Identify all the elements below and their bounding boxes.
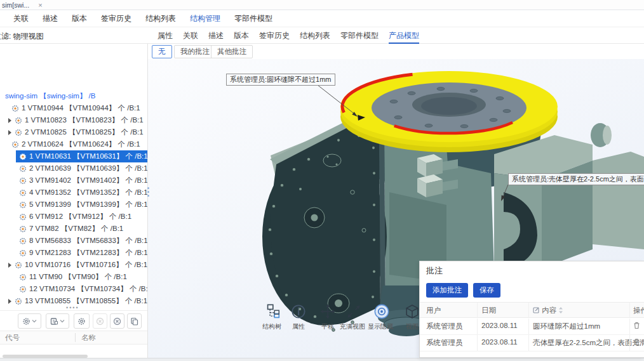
filter-none-button[interactable]: 无 [152, 45, 172, 58]
part-icon [15, 117, 22, 124]
tab-part-model[interactable]: 零部件模型 [340, 27, 379, 44]
tree-item-vtm91402[interactable]: 3 VTM91402 【VTM91402】 个 /B:1 [0, 174, 148, 187]
tree-item-vtm912[interactable]: 6 VTM912 【VTM912】 个 /B:1 [0, 211, 148, 223]
panel-collapse-handle[interactable]: •••• [66, 306, 83, 309]
column-date[interactable]: 日期 [481, 306, 496, 315]
browser-tab-title: sim[swi... [2, 1, 29, 9]
detail-tabs: 属性 关联 描述 版本 签审历史 结构列表 零部件模型 产品模型 [158, 27, 419, 44]
show-hide-icon [373, 303, 390, 320]
tree-item-vtm10734[interactable]: 12 VTM10734 【VTM10734】 个 /B:1 [0, 283, 148, 295]
annotation-row-1[interactable]: 系统管理员 2023.08.11 圆环缝隙不超过1mm [420, 318, 644, 335]
add-annotation-button[interactable]: 添加批注 [426, 283, 468, 298]
tree-item-vtm56833[interactable]: 8 VTM56833 【VTM56833】 个 /B:1 [0, 235, 148, 247]
callout-wall-thickness[interactable]: 系统管理员:壳体壁厚在2-2.5cm之间，表面光滑无磨损 [508, 173, 644, 185]
model-stub-a-cap [603, 126, 612, 145]
sub-header: 过滤: 物理视图 属性 关联 描述 版本 签审历史 结构列表 零部件模型 产品模… [0, 27, 644, 44]
chevron-down-icon [32, 319, 37, 323]
panel-resize-handle[interactable] [146, 187, 150, 200]
menu-item-description[interactable]: 描述 [43, 13, 58, 24]
tree-item-vtm90[interactable]: 11 VTM90 【VTM90】 个 /B:1 [0, 271, 148, 283]
tree-item-vtm91352[interactable]: 4 VTM91352 【VTM91352】 个 /B:1 [0, 187, 148, 199]
expand-arrow-icon[interactable] [8, 299, 11, 304]
filter-other-annotations-button[interactable]: 其他批注 [211, 45, 253, 58]
tab-relations[interactable]: 关联 [183, 27, 198, 44]
circle-cross-icon [113, 317, 121, 325]
tab-structure-list[interactable]: 结构列表 [300, 27, 330, 44]
copy-button[interactable] [127, 313, 142, 329]
filter-label: 过滤: 物理视图 [0, 31, 44, 42]
tree-item-vtm91399[interactable]: 5 VTM91399 【VTM91399】 个 /B:1 [0, 199, 148, 211]
tree-item-vtm10944[interactable]: 1 VTM10944 【VTM10944】 个 /B:1 [0, 102, 148, 114]
tree-item-vtm21283[interactable]: 9 VTM21283 【VTM21283】 个 /B:1 [0, 247, 148, 259]
tree-item-vtm10825[interactable]: 2 VTM10825 【VTM10825】 个 /B:1 [0, 126, 148, 138]
menu-item-version[interactable]: 版本 [72, 13, 87, 24]
tree-item-label: 5 VTM91399 【VTM91399】 个 /B:1 [29, 200, 148, 209]
tool-structure-tree-label: 结构树 [262, 322, 281, 331]
tab-properties[interactable]: 属性 [158, 27, 173, 44]
expand-arrow-icon[interactable] [8, 118, 11, 123]
tree-item-vtm10716[interactable]: 10 VTM10716 【VTM10716】 个 /B:1 [0, 259, 148, 271]
highlight-ring [340, 71, 558, 152]
stamp-menu-button[interactable] [46, 313, 69, 329]
tree-item-vtm10624[interactable]: 2 VTM10624 【VTM10624】 个 /B:1 [0, 138, 148, 150]
tab-product-model[interactable]: 产品模型 [389, 27, 419, 44]
tree-item-vtm10639[interactable]: 2 VTM10639 【VTM10639】 个 /B:1 [0, 162, 148, 174]
tree-item-vtm10823[interactable]: 1 VTM10823 【VTM10823】 个 /B:1 [0, 114, 148, 126]
annotation-row-2[interactable]: 系统管理员 2023.08.11 壳体壁厚在2-2.5cm之间，表面光滑无磨损 [420, 335, 644, 351]
column-user[interactable]: 用户 [426, 306, 441, 315]
badge-icon [50, 317, 58, 325]
part-icon [19, 213, 27, 221]
expand-arrow-icon[interactable] [8, 130, 11, 135]
expand-arrow-icon[interactable] [8, 263, 11, 268]
tab-description[interactable]: 描述 [208, 27, 224, 44]
tree-item-label: 3 VTM91402 【VTM91402】 个 /B:1 [29, 176, 148, 185]
tree-item-vtm10631-selected[interactable]: 1 VTM10631 【VTM10631】 个 /B:1 [16, 150, 148, 162]
menu-item-structure-management[interactable]: 结构管理 [190, 13, 220, 24]
callout-ring-gap[interactable]: 系统管理员:圆环缝隙不超过1mm [226, 74, 335, 86]
part-icon [19, 225, 27, 233]
column-code[interactable]: 代号 [5, 333, 20, 343]
info-icon [290, 303, 307, 320]
menu-item-relations[interactable]: 关联 [13, 13, 29, 24]
settings-menu-button[interactable] [18, 313, 41, 329]
copy-icon [130, 317, 138, 325]
delete-icon[interactable] [633, 322, 640, 329]
sort-icon[interactable] [558, 306, 563, 314]
tree-item-label: 12 VTM10734 【VTM10734】 个 /B:1 [29, 284, 148, 294]
annotation-date: 2023.08.11 [481, 322, 518, 329]
tab-close-icon[interactable]: × [38, 1, 42, 9]
column-divider[interactable] [75, 333, 76, 342]
part-icon [11, 105, 19, 112]
tree-item-label: 13 VTM10855 【VTM10855】 个 /B:1 [25, 296, 147, 306]
view-cube-icon [404, 303, 420, 320]
menu-item-structure-list[interactable]: 结构列表 [145, 13, 176, 24]
edit-icon [533, 306, 540, 313]
filter-my-annotations-button[interactable]: 我的批注 [174, 45, 216, 58]
column-name[interactable]: 名称 [81, 333, 96, 343]
column-content[interactable]: 内容 [533, 306, 563, 315]
column-actions[interactable]: 操作 [633, 306, 644, 315]
tab-review-history[interactable]: 签审历史 [259, 27, 290, 44]
column-content-label: 内容 [542, 306, 556, 314]
tree-item-label: 2 VTM10624 【VTM10624】 个 /B:1 [22, 140, 140, 149]
browser-tab[interactable]: sim[swi... × [2, 1, 43, 10]
menu-item-review-history[interactable]: 签审历史 [101, 13, 131, 24]
tree-item-label: 2 VTM10639 【VTM10639】 个 /B:1 [29, 164, 148, 173]
tree-item-label: 1 VTM10823 【VTM10823】 个 /B:1 [25, 115, 144, 125]
annotations-panel: 批注 添加批注 保存 用户 日期 内容 操作 系统管理员 2023.08.11 … [419, 261, 644, 358]
gear-button[interactable] [74, 313, 90, 329]
annotations-table-header: 用户 日期 内容 操作 [420, 302, 644, 318]
menu-item-part-model[interactable]: 零部件模型 [234, 13, 272, 24]
tree-root-item[interactable]: swing-sim 【swing-sim】 /B [5, 90, 96, 102]
structure-tree-panel: swing-sim 【swing-sim】 /B 1 VTM10944 【VTM… [0, 44, 148, 358]
delete-icon[interactable] [633, 338, 640, 346]
save-button[interactable]: 保存 [473, 283, 500, 298]
part-icon [19, 177, 27, 185]
tool-view-label: 视图 [406, 322, 419, 331]
tab-version[interactable]: 版本 [234, 27, 249, 44]
gear-icon [77, 317, 86, 325]
part-icon [19, 153, 27, 161]
part-icon [19, 201, 27, 209]
cancel-button[interactable] [110, 313, 124, 329]
tree-item-vtm82[interactable]: 7 VTM82 【VTM82】 个 /B:1 [0, 223, 148, 235]
